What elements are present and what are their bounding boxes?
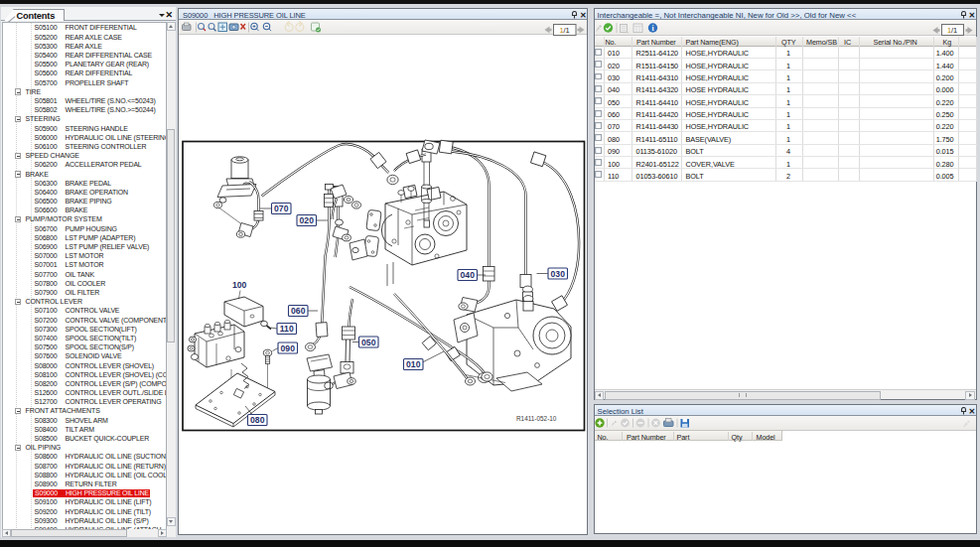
svg-text:030: 030 [551,269,566,279]
svg-text:010: 010 [406,359,421,369]
svg-text:090: 090 [281,343,296,353]
svg-text:110: 110 [280,324,294,334]
svg-text:060: 060 [291,306,306,316]
svg-text:i: i [651,24,653,33]
svg-text:040: 040 [461,270,476,280]
svg-text:020: 020 [300,215,315,225]
svg-text:100: 100 [232,280,247,290]
svg-text:R1411-052-10: R1411-052-10 [516,415,557,422]
svg-text:050: 050 [361,338,376,347]
svg-text:080: 080 [250,415,265,425]
svg-text:/1: /1 [951,26,957,35]
svg-text:070: 070 [274,204,289,213]
